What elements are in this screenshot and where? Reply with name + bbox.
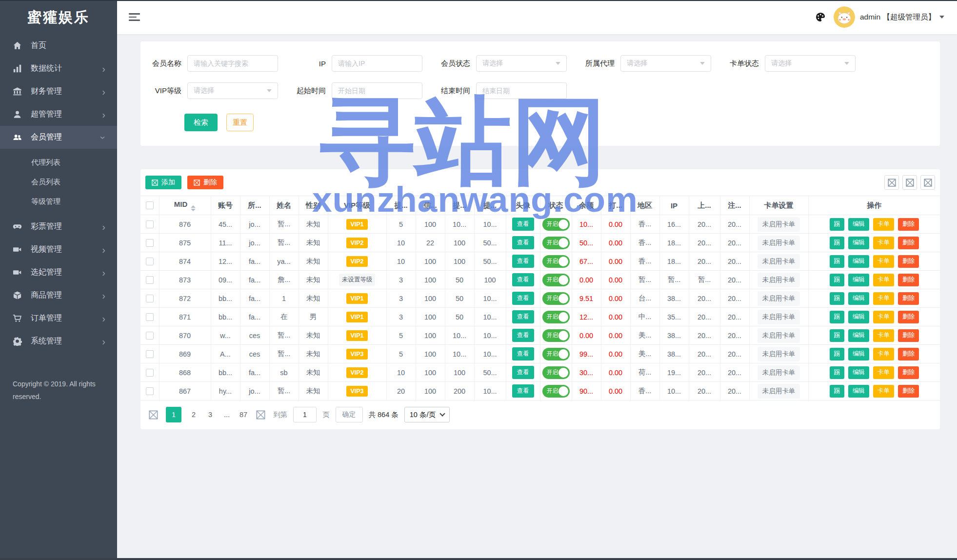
kick-button[interactable]: 踢 [830, 348, 845, 360]
status-toggle[interactable]: 开启 [542, 385, 570, 398]
sidebar-item-agent-list[interactable]: 代理列表 [0, 153, 117, 172]
row-checkbox[interactable] [146, 313, 154, 321]
card-button[interactable]: 卡单 [873, 348, 894, 360]
view-avatar-button[interactable]: 查看 [512, 273, 534, 286]
reset-button[interactable]: 重置 [226, 114, 254, 131]
edit-button[interactable]: 编辑 [848, 274, 869, 286]
view-avatar-button[interactable]: 查看 [512, 329, 534, 342]
view-avatar-button[interactable]: 查看 [512, 384, 534, 398]
table-tool-button-2[interactable] [902, 175, 917, 190]
sort-icon[interactable] [191, 205, 196, 211]
view-avatar-button[interactable]: 查看 [512, 366, 534, 379]
status-toggle[interactable]: 开启 [542, 237, 570, 249]
card-button[interactable]: 卡单 [873, 311, 894, 323]
delete-row-button[interactable]: 删除 [898, 366, 919, 379]
vip-level-select[interactable]: 请选择 [187, 82, 278, 99]
card-button[interactable]: 卡单 [873, 218, 894, 231]
page-number-87[interactable]: 87 [239, 411, 248, 419]
edit-button[interactable]: 编辑 [848, 366, 869, 379]
sidebar-item-level-manage[interactable]: 等级管理 [0, 192, 117, 211]
confirm-button[interactable]: 确定 [336, 407, 363, 422]
kick-button[interactable]: 踢 [830, 292, 845, 305]
view-avatar-button[interactable]: 查看 [512, 347, 534, 360]
sidebar-item-member-list[interactable]: 会员列表 [0, 172, 117, 192]
member-status-select[interactable]: 请选择 [476, 55, 567, 72]
view-avatar-button[interactable]: 查看 [512, 292, 534, 305]
row-checkbox[interactable] [146, 369, 154, 377]
status-toggle[interactable]: 开启 [542, 366, 570, 379]
delete-row-button[interactable]: 删除 [898, 329, 919, 342]
sidebar-item-goods[interactable]: 商品管理› [0, 284, 117, 307]
kick-button[interactable]: 踢 [830, 366, 845, 379]
edit-button[interactable]: 编辑 [848, 348, 869, 360]
hamburger-menu-icon[interactable] [126, 10, 143, 24]
status-toggle[interactable]: 开启 [542, 218, 570, 231]
user-menu[interactable]: admin 【超级管理员】 [860, 12, 936, 22]
sidebar-item-video[interactable]: 视频管理› [0, 238, 117, 261]
card-button[interactable]: 卡单 [873, 366, 894, 379]
kick-button[interactable]: 踢 [830, 329, 845, 342]
row-checkbox[interactable] [146, 276, 154, 284]
edit-button[interactable]: 编辑 [848, 292, 869, 305]
card-button[interactable]: 卡单 [873, 329, 894, 342]
sidebar-item-home[interactable]: 首页 [0, 34, 117, 57]
delete-row-button[interactable]: 删除 [898, 237, 919, 249]
card-button[interactable]: 卡单 [873, 237, 894, 249]
sidebar-item-members[interactable]: 会员管理› [0, 126, 117, 149]
prev-page-button[interactable] [146, 408, 160, 421]
search-button[interactable]: 检索 [184, 114, 218, 131]
page-number-1[interactable]: 1 [166, 407, 181, 422]
sidebar-item-concubine[interactable]: 选妃管理› [0, 261, 117, 284]
delete-row-button[interactable]: 删除 [898, 255, 919, 268]
edit-button[interactable]: 编辑 [848, 237, 869, 249]
delete-row-button[interactable]: 删除 [898, 311, 919, 323]
avatar[interactable] [834, 6, 855, 28]
row-checkbox[interactable] [146, 295, 154, 302]
page-jump-input[interactable] [293, 407, 317, 422]
delete-button[interactable]: 删除 [187, 176, 223, 189]
select-all-checkbox[interactable] [146, 201, 154, 209]
add-button[interactable]: 添加 [145, 176, 181, 189]
page-size-select[interactable]: 10 条/页 [404, 407, 450, 422]
delete-row-button[interactable]: 删除 [898, 385, 919, 398]
delete-row-button[interactable]: 删除 [898, 292, 919, 305]
view-avatar-button[interactable]: 查看 [512, 255, 534, 268]
status-toggle[interactable]: 开启 [542, 292, 570, 305]
start-time-input[interactable] [332, 82, 422, 99]
row-checkbox[interactable] [146, 387, 154, 395]
agent-select[interactable]: 请选择 [620, 55, 711, 72]
sidebar-item-super-admin[interactable]: 超管管理› [0, 103, 117, 126]
table-tool-button-3[interactable] [920, 175, 935, 190]
delete-row-button[interactable]: 删除 [898, 218, 919, 231]
sidebar-item-lottery[interactable]: 彩票管理› [0, 215, 117, 238]
view-avatar-button[interactable]: 查看 [512, 218, 534, 231]
palette-icon[interactable] [815, 12, 826, 22]
card-button[interactable]: 卡单 [873, 255, 894, 268]
status-toggle[interactable]: 开启 [542, 274, 570, 286]
kick-button[interactable]: 踢 [830, 311, 845, 323]
card-status-select[interactable]: 请选择 [765, 55, 856, 72]
edit-button[interactable]: 编辑 [848, 255, 869, 268]
row-checkbox[interactable] [146, 258, 154, 265]
edit-button[interactable]: 编辑 [848, 218, 869, 231]
page-number-3[interactable]: 3 [206, 411, 215, 419]
kick-button[interactable]: 踢 [830, 255, 845, 268]
row-checkbox[interactable] [146, 220, 154, 228]
status-toggle[interactable]: 开启 [542, 311, 570, 323]
row-checkbox[interactable] [146, 239, 154, 247]
sidebar-item-system[interactable]: 系统管理› [0, 330, 117, 353]
page-number-2[interactable]: 2 [189, 411, 198, 419]
end-time-input[interactable] [476, 82, 567, 99]
sidebar-item-orders[interactable]: 订单管理› [0, 307, 117, 330]
status-toggle[interactable]: 开启 [542, 348, 570, 360]
kick-button[interactable]: 踢 [830, 237, 845, 249]
delete-row-button[interactable]: 删除 [898, 274, 919, 286]
kick-button[interactable]: 踢 [830, 274, 845, 286]
sidebar-item-finance[interactable]: 财务管理› [0, 80, 117, 103]
sidebar-item-stats[interactable]: 数据统计› [0, 57, 117, 80]
view-avatar-button[interactable]: 查看 [512, 236, 534, 249]
card-button[interactable]: 卡单 [873, 274, 894, 286]
delete-row-button[interactable]: 删除 [898, 348, 919, 360]
kick-button[interactable]: 踢 [830, 218, 845, 231]
member-name-input[interactable] [187, 55, 278, 72]
